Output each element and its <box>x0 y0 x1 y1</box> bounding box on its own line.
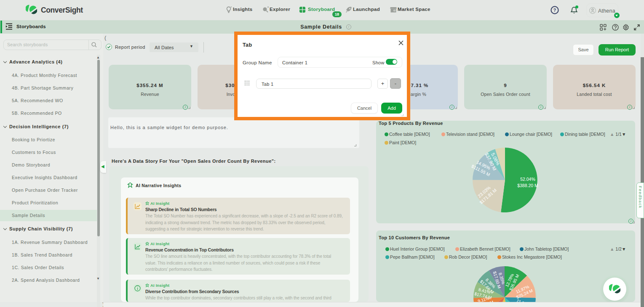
svg-text:?: ? <box>553 8 556 13</box>
